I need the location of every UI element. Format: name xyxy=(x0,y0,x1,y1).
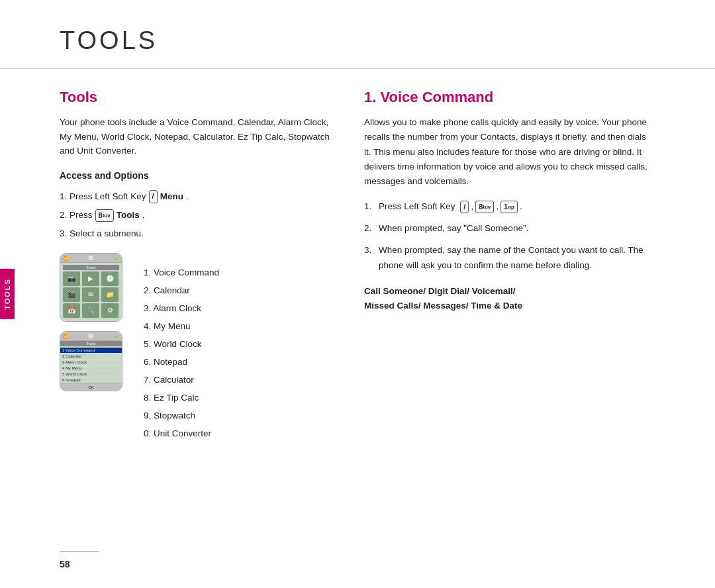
phone-list-item-4: 4 My Menu xyxy=(60,366,122,371)
page-number: 58 xyxy=(60,559,70,569)
grid-cell-9: ⚙ xyxy=(101,303,119,318)
step1-keys: / , 8tuv , 1op . xyxy=(460,199,522,215)
menu-item-10: 0. Unit Converter xyxy=(144,424,219,442)
grid-cell-8: 🔧 xyxy=(82,303,99,318)
grid-cell-6: 📁 xyxy=(101,287,119,302)
vc-step-2: 2. When prompted, say "Call Someone". xyxy=(364,221,655,236)
1op-key: 1op xyxy=(501,201,518,213)
page-header: TOOLS xyxy=(0,0,715,69)
phone-screen-1: Tools 📷 ▶ 🕐 🎬 ✉ 📁 📅 🔧 ⚙ xyxy=(60,263,122,321)
callout-line: Call Someone/ Digit Dial/ Voicemail/Miss… xyxy=(364,286,522,311)
callout-text: Call Someone/ Digit Dial/ Voicemail/Miss… xyxy=(364,284,655,313)
sidebar-tab: TOOLS xyxy=(0,269,15,319)
right-column: 1. Voice Command Allows you to make phon… xyxy=(364,89,655,564)
menu-item-3: 3. Alarm Clock xyxy=(144,299,219,317)
voice-command-description: Allows you to make phone calls quickly a… xyxy=(364,115,655,189)
phone-list-item-5: 5 World Clock xyxy=(60,371,122,377)
grid-cell-4: 🎬 xyxy=(63,287,80,302)
access-options-title: Access and Options xyxy=(60,170,338,181)
menu-item-8: 8. Ez Tip Calc xyxy=(144,389,219,407)
vc-step-3: 3. When prompted, say the name of the Co… xyxy=(364,243,655,273)
voice-command-title: 1. Voice Command xyxy=(364,89,655,106)
grid-cell-5: ✉ xyxy=(82,287,99,302)
phone-top-bar-1: 📶 ⬜ 🔋 xyxy=(60,254,122,263)
menu-item-7: 7. Calculator xyxy=(144,371,219,389)
vc-step-1: 1. Press Left Soft Key / , 8tuv , 1op . xyxy=(364,199,655,215)
bottom-divider xyxy=(60,551,99,552)
menu-item-9: 9. Stopwatch xyxy=(144,407,219,424)
step-1: 1. Press Left Soft Key / Menu . xyxy=(60,189,338,205)
menu-item-5: 5. World Clock xyxy=(144,335,219,353)
phone-list-item-3: 3 Alarm Clock xyxy=(60,360,122,366)
8tuv-key-2: 8tuv xyxy=(475,201,494,213)
menu-item-4: 4. My Menu xyxy=(144,317,219,335)
tools-section-title: Tools xyxy=(60,89,338,106)
phone-area: 📶 ⬜ 🔋 Tools 📷 ▶ 🕐 🎬 ✉ xyxy=(60,253,338,442)
phone-top-bar-2: 📶 ⬜ 🔋 xyxy=(60,332,122,341)
menu-item-1: 1. Voice Command xyxy=(144,264,219,281)
slash-key: / xyxy=(460,201,469,213)
8tuv-key-icon: 8tuv xyxy=(95,209,114,222)
step-2: 2. Press 8tuv Tools . xyxy=(60,207,338,223)
main-content: Tools Your phone tools include a Voice C… xyxy=(0,69,715,584)
page-title: TOOLS xyxy=(60,26,158,54)
phone-mockup-list: 📶 ⬜ 🔋 Tools 1 Voice Command 2 Calendar 3… xyxy=(60,331,122,391)
grid-cell-7: 📅 xyxy=(63,303,80,318)
phone-title-1: Tools xyxy=(63,265,119,270)
menu-item-6: 6. Notepad xyxy=(144,353,219,371)
grid-cell-3: 🕐 xyxy=(101,271,119,286)
phone-list-screen: Tools 1 Voice Command 2 Calendar 3 Alarm… xyxy=(60,341,122,383)
step-3: 3. Select a submenu. xyxy=(60,226,338,242)
phone-title-2: Tools xyxy=(60,341,122,346)
tools-intro: Your phone tools include a Voice Command… xyxy=(60,115,338,158)
menu-list: 1. Voice Command 2. Calendar 3. Alarm Cl… xyxy=(144,264,219,442)
sidebar-tab-label: TOOLS xyxy=(3,278,11,310)
menu-item-2: 2. Calendar xyxy=(144,281,219,299)
phone-list-item-6: 6 Notepad xyxy=(60,377,122,383)
page-container: TOOLS TOOLS Tools Your phone tools inclu… xyxy=(0,0,715,588)
menu-key-icon: / xyxy=(149,190,158,203)
phone-mockups: 📶 ⬜ 🔋 Tools 📷 ▶ 🕐 🎬 ✉ xyxy=(60,253,122,391)
phone-mockup-grid: 📶 ⬜ 🔋 Tools 📷 ▶ 🕐 🎬 ✉ xyxy=(60,253,122,322)
phone-grid: 📷 ▶ 🕐 🎬 ✉ 📁 📅 🔧 ⚙ xyxy=(63,271,119,318)
grid-cell-2: ▶ xyxy=(82,271,99,286)
phone-list-item-2: 2 Calendar xyxy=(60,354,122,360)
grid-cell-1: 📷 xyxy=(63,271,80,286)
phone-list-item-1: 1 Voice Command xyxy=(60,348,122,354)
phone-bottom-bar: OK xyxy=(60,383,122,391)
left-column: Tools Your phone tools include a Voice C… xyxy=(60,89,338,564)
